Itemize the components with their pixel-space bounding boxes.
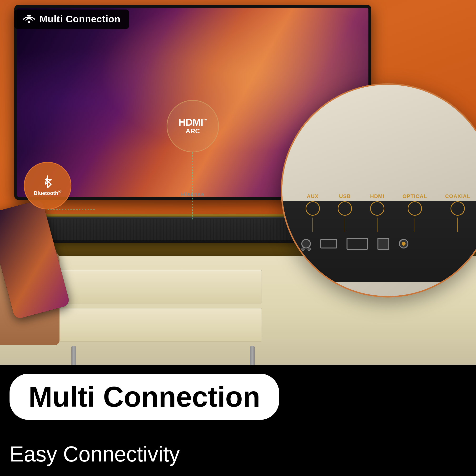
multi-connection-pill: Multi Connection [10,374,279,420]
hdmi-label-item: HDMI [370,193,384,232]
cabinet-leg-right [250,346,255,365]
coaxial-label: COAXIAL [445,193,470,200]
optical-label-item: OPTICAL [403,193,427,232]
svg-point-0 [28,21,30,23]
hdmi-label: HDMI™ [178,117,207,127]
port-labels-row: AUX USB HDMI OPTICAL COAXIAL [297,193,476,232]
aux-line [312,218,313,232]
usb-ring [338,201,352,216]
optical-ring [408,201,422,216]
hdmi-ring [370,201,384,216]
coaxial-port [399,239,408,249]
coaxial-ring [451,201,465,216]
main-container: Hisense [0,0,476,476]
badge-icon [23,15,35,24]
easy-connectivity-text: Easy Connectivity [10,442,180,466]
aux-ring [306,201,320,216]
usb-label: USB [339,193,351,200]
hdmi-text: HDMI™ [178,117,207,128]
optical-line [415,218,415,232]
aux-label-item: AUX [306,193,320,232]
hdmi-port [346,238,368,250]
optical-port [377,238,389,250]
optical-label: OPTICAL [403,193,427,200]
cabinet-leg-left [71,346,76,365]
top-badge: Multi Connection [14,10,129,29]
usb-line [345,218,345,232]
usb-port [320,239,337,249]
bluetooth-bubble: Bluetooth® [24,162,71,209]
coaxial-label-item: COAXIAL [445,193,470,232]
wifi-icon [23,15,35,24]
hdmi-line-2 [377,218,377,232]
bottom-section: Multi Connection Easy Connectivity [0,367,476,476]
hdmi-dotted-line [192,152,193,220]
port-zoom-circle: AUX USB HDMI OPTICAL COAXIAL [281,83,476,298]
ports-row [301,229,475,258]
cabinet-drawer-bottom [48,308,262,341]
aux-port [301,239,311,249]
aux-label: AUX [307,193,319,200]
cabinet-drawer-top [48,270,262,304]
svg-rect-1 [27,15,31,16]
bluetooth-icon [42,175,53,189]
hdmi-bubble: HDMI™ ARC [167,100,219,152]
hdmi-port-label: HDMI [370,193,384,200]
hdmi-arc-text: ARC [186,127,200,135]
usb-label-item: USB [338,193,352,232]
multi-connection-title: Multi Connection [29,381,260,413]
badge-text-label: Multi Connection [39,14,120,24]
bluetooth-label: Bluetooth® [34,189,61,196]
coaxial-line [458,218,458,232]
bluetooth-dotted-line [48,209,95,210]
svg-rect-4 [27,17,32,19]
